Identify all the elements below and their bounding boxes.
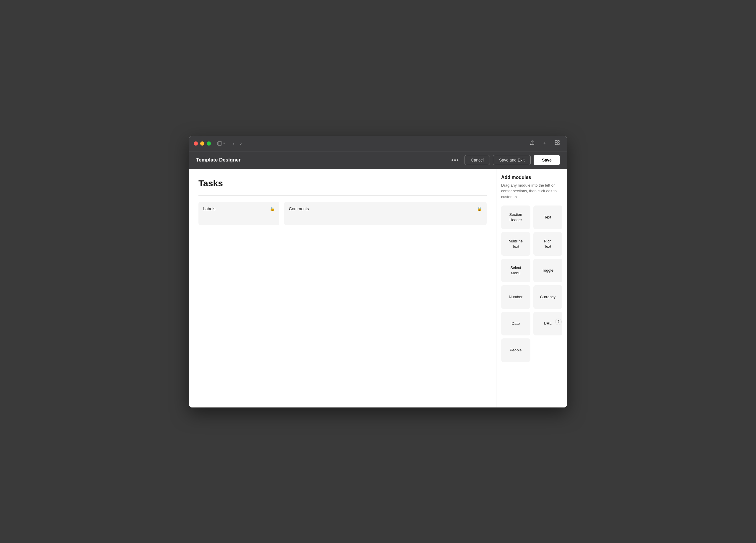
module-text[interactable]: Text	[533, 206, 563, 229]
sidebar-toggle-button[interactable]: ▾	[216, 140, 227, 147]
module-text-label: Text	[544, 215, 551, 220]
traffic-lights	[194, 141, 211, 146]
section-divider	[198, 195, 487, 196]
close-button[interactable]	[194, 141, 198, 146]
sidebar-description: Drag any module into the left or center …	[501, 182, 562, 200]
app-title: Template Designer	[196, 157, 241, 163]
more-options-button[interactable]: •••	[449, 156, 462, 165]
module-rich-text[interactable]: RichText	[533, 232, 563, 256]
module-date[interactable]: Date	[501, 312, 530, 335]
module-select-menu-label: SelectMenu	[510, 265, 521, 276]
module-url[interactable]: ? URL	[533, 312, 563, 335]
module-currency[interactable]: Currency	[533, 285, 563, 309]
header-actions: ••• Cancel Save and Exit Save	[449, 155, 560, 165]
app-window: ▾ ‹ › +	[189, 136, 567, 407]
back-button[interactable]: ‹	[230, 140, 237, 147]
grid-view-button[interactable]	[552, 139, 562, 148]
module-toggle-label: Toggle	[542, 268, 553, 273]
add-tab-button[interactable]: +	[541, 139, 549, 148]
module-toggle[interactable]: Toggle	[533, 259, 563, 282]
page-title: Tasks	[198, 178, 487, 188]
maximize-button[interactable]	[207, 141, 211, 146]
module-multiline-text[interactable]: MultilineText	[501, 232, 530, 256]
svg-rect-0	[218, 142, 222, 145]
svg-rect-2	[555, 141, 557, 142]
module-section-header[interactable]: SectionHeader	[501, 206, 530, 229]
labels-lock-icon: 🔒	[270, 206, 275, 211]
titlebar-nav: ‹ ›	[230, 140, 244, 147]
titlebar: ▾ ‹ › +	[189, 136, 567, 151]
help-icon: ?	[555, 319, 562, 325]
comments-lock-icon: 🔒	[477, 206, 482, 211]
titlebar-controls: ▾	[216, 140, 227, 147]
module-url-label: URL	[544, 321, 552, 326]
labels-column: Labels 🔒	[198, 202, 279, 225]
module-number[interactable]: Number	[501, 285, 530, 309]
app-header: Template Designer ••• Cancel Save and Ex…	[189, 151, 567, 169]
canvas-area: Tasks Labels 🔒 Comments 🔒	[189, 169, 496, 407]
comments-label: Comments	[289, 206, 309, 211]
module-people[interactable]: People	[501, 338, 530, 362]
sidebar-title: Add modules	[501, 175, 562, 180]
cancel-button[interactable]: Cancel	[465, 155, 490, 165]
module-number-label: Number	[509, 294, 522, 300]
columns-layout: Labels 🔒 Comments 🔒	[198, 202, 487, 225]
comments-column: Comments 🔒	[284, 202, 487, 225]
main-content: Tasks Labels 🔒 Comments 🔒 Add modules Dr…	[189, 169, 567, 407]
share-button[interactable]	[527, 139, 537, 148]
modules-sidebar: Add modules Drag any module into the lef…	[496, 169, 567, 407]
module-section-header-label: SectionHeader	[509, 212, 522, 223]
module-date-label: Date	[512, 321, 520, 326]
module-select-menu[interactable]: SelectMenu	[501, 259, 530, 282]
modules-grid: SectionHeader Text MultilineText RichTex…	[501, 206, 562, 362]
module-multiline-text-label: MultilineText	[509, 239, 523, 249]
svg-rect-3	[558, 141, 559, 142]
module-people-label: People	[510, 348, 522, 353]
module-rich-text-label: RichText	[544, 239, 552, 249]
sidebar-chevron: ▾	[223, 141, 225, 145]
save-button[interactable]: Save	[534, 155, 560, 165]
titlebar-right-actions: +	[527, 139, 562, 148]
forward-button[interactable]: ›	[238, 140, 244, 147]
module-currency-label: Currency	[540, 294, 555, 300]
svg-rect-5	[558, 143, 559, 145]
svg-rect-4	[555, 143, 557, 145]
minimize-button[interactable]	[200, 141, 204, 146]
save-and-exit-button[interactable]: Save and Exit	[493, 155, 531, 165]
labels-label: Labels	[203, 206, 215, 211]
